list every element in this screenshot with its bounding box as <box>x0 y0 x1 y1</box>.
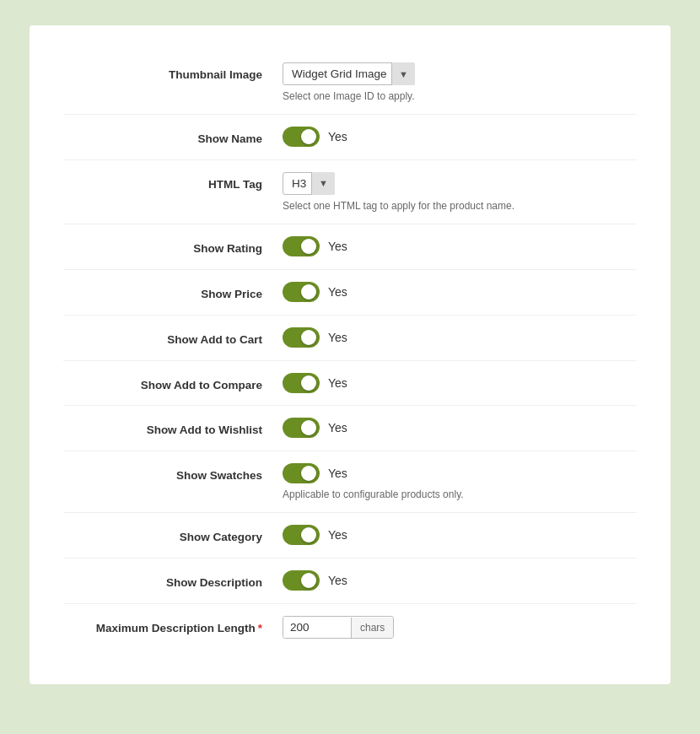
show-description-value: Yes <box>328 574 347 587</box>
required-asterisk: * <box>258 622 262 634</box>
thumbnail-image-control: Widget Grid Image Small Image Base Image… <box>283 62 637 102</box>
html-tag-select[interactable]: H1 H2 H3 H4 H5 H6 <box>283 172 335 195</box>
show-add-to-wishlist-toggle[interactable] <box>283 418 320 438</box>
show-price-row: Show Price Yes <box>63 270 637 316</box>
show-add-to-compare-value: Yes <box>328 376 347 390</box>
show-category-value: Yes <box>328 528 347 542</box>
show-name-row: Show Name Yes <box>63 115 637 160</box>
show-description-control: Yes <box>283 570 637 591</box>
show-price-slider <box>283 282 320 302</box>
thumbnail-image-select[interactable]: Widget Grid Image Small Image Base Image… <box>283 62 415 85</box>
show-price-value: Yes <box>328 285 347 299</box>
show-description-row: Show Description Yes <box>63 559 637 604</box>
show-description-slider <box>283 570 320 591</box>
max-description-length-control: chars <box>283 616 637 639</box>
max-description-length-input-wrapper: chars <box>283 616 394 639</box>
thumbnail-image-hint: Select one Image ID to apply. <box>283 90 637 102</box>
show-add-to-cart-row: Show Add to Cart Yes <box>63 316 637 361</box>
show-swatches-slider <box>283 463 320 483</box>
thumbnail-image-row: Thumbnail Image Widget Grid Image Small … <box>63 51 637 115</box>
show-add-to-compare-toggle[interactable] <box>283 373 320 393</box>
show-add-to-compare-control: Yes <box>283 373 637 393</box>
show-swatches-value: Yes <box>328 467 347 480</box>
thumbnail-image-select-wrapper: Widget Grid Image Small Image Base Image… <box>283 62 415 85</box>
max-description-length-input[interactable] <box>283 617 351 638</box>
show-add-to-cart-slider <box>283 327 320 348</box>
show-swatches-hint: Applicable to configurable products only… <box>283 488 637 500</box>
show-category-row: Show Category Yes <box>63 513 637 559</box>
show-category-control: Yes <box>283 525 637 545</box>
html-tag-hint: Select one HTML tag to apply for the pro… <box>283 200 637 212</box>
show-swatches-label: Show Swatches <box>63 463 283 484</box>
show-swatches-toggle[interactable] <box>283 463 320 483</box>
show-name-control: Yes <box>283 127 637 147</box>
show-add-to-wishlist-control: Yes <box>283 418 637 438</box>
show-price-label: Show Price <box>63 282 283 303</box>
max-description-length-row: Maximum Description Length* chars <box>63 604 637 650</box>
max-description-length-suffix: chars <box>351 618 393 638</box>
show-rating-toggle[interactable] <box>283 236 320 256</box>
show-name-toggle[interactable] <box>283 127 320 147</box>
html-tag-select-wrapper: H1 H2 H3 H4 H5 H6 ▼ <box>283 172 335 195</box>
show-rating-control: Yes <box>283 236 637 256</box>
html-tag-label: HTML Tag <box>63 172 283 193</box>
show-category-toggle[interactable] <box>283 525 320 545</box>
show-add-to-wishlist-label: Show Add to Wishlist <box>63 418 283 439</box>
show-add-to-wishlist-row: Show Add to Wishlist Yes <box>63 406 637 451</box>
show-name-slider <box>283 127 320 147</box>
show-description-toggle[interactable] <box>283 570 320 591</box>
show-add-to-compare-slider <box>283 373 320 393</box>
show-add-to-compare-label: Show Add to Compare <box>63 373 283 394</box>
show-rating-label: Show Rating <box>63 236 283 257</box>
show-rating-slider <box>283 236 320 256</box>
show-add-to-cart-control: Yes <box>283 327 637 348</box>
show-description-label: Show Description <box>63 570 283 591</box>
show-swatches-row: Show Swatches Yes Applicable to configur… <box>63 451 637 513</box>
show-category-slider <box>283 525 320 545</box>
show-swatches-control: Yes Applicable to configurable products … <box>283 463 637 500</box>
show-add-to-cart-label: Show Add to Cart <box>63 327 283 348</box>
show-rating-row: Show Rating Yes <box>63 224 637 270</box>
show-add-to-compare-row: Show Add to Compare Yes <box>63 361 637 407</box>
show-name-value: Yes <box>328 130 347 143</box>
show-price-control: Yes <box>283 282 637 302</box>
settings-card: Thumbnail Image Widget Grid Image Small … <box>30 25 670 684</box>
show-name-label: Show Name <box>63 127 283 148</box>
show-category-label: Show Category <box>63 525 283 546</box>
thumbnail-image-label: Thumbnail Image <box>63 62 283 84</box>
show-add-to-wishlist-value: Yes <box>328 421 347 434</box>
show-add-to-cart-value: Yes <box>328 331 347 344</box>
show-price-toggle[interactable] <box>283 282 320 302</box>
show-add-to-cart-toggle[interactable] <box>283 327 320 348</box>
show-rating-value: Yes <box>328 240 347 253</box>
max-description-length-label: Maximum Description Length* <box>63 616 283 637</box>
html-tag-control: H1 H2 H3 H4 H5 H6 ▼ Select one HTML tag … <box>283 172 637 212</box>
html-tag-row: HTML Tag H1 H2 H3 H4 H5 H6 ▼ Select one … <box>63 160 637 224</box>
show-add-to-wishlist-slider <box>283 418 320 438</box>
